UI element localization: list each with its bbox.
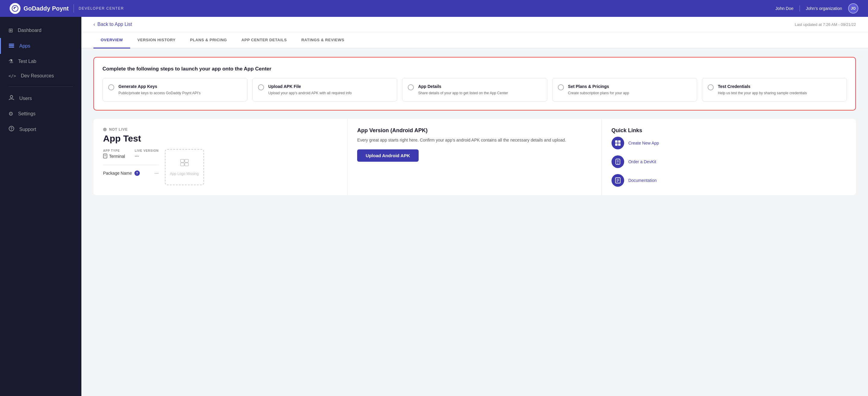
sidebar-item-users[interactable]: Users bbox=[0, 90, 82, 106]
status-badge: NOT LIVE bbox=[103, 127, 338, 132]
step-radio-set-plans bbox=[558, 84, 564, 90]
step-card-upload-apk[interactable]: Upload APK File Upload your app's androi… bbox=[252, 78, 397, 101]
steps-title: Complete the following steps to launch y… bbox=[102, 66, 847, 72]
tab-version-history[interactable]: VERSION HISTORY bbox=[130, 32, 183, 48]
header-right: John Doe John's organization JO bbox=[775, 3, 858, 13]
quick-link-order-devkit[interactable]: Order a DevKit bbox=[612, 155, 846, 168]
testlab-icon: ⚗ bbox=[8, 58, 13, 65]
logo-placeholder-icon bbox=[180, 158, 189, 169]
sidebar-item-dashboard[interactable]: ⊞ Dashboard bbox=[0, 23, 82, 38]
tab-overview[interactable]: OVERVIEW bbox=[93, 32, 130, 48]
quick-link-documentation[interactable]: Documentation bbox=[612, 174, 846, 187]
svg-rect-11 bbox=[185, 159, 188, 162]
package-info-icon[interactable]: ? bbox=[134, 170, 140, 176]
tab-ratings-reviews[interactable]: RATINGS & REVIEWS bbox=[294, 32, 352, 48]
step-radio-app-details bbox=[408, 84, 414, 90]
dev-center-label: DEVELOPER CENTER bbox=[79, 6, 124, 10]
step-info-test-credentials: Test Credentials Help us test the your a… bbox=[718, 84, 807, 96]
tab-app-center-details[interactable]: APP CENTER DETAILS bbox=[234, 32, 294, 48]
apk-panel-desc: Every great app starts right here. Confi… bbox=[357, 137, 592, 143]
steps-banner: Complete the following steps to launch y… bbox=[93, 57, 856, 110]
order-devkit-icon bbox=[612, 155, 624, 168]
meta-live-version-label: LIVE VERSION bbox=[135, 149, 159, 153]
bottom-panels: NOT LIVE App Test APP TYPE bbox=[93, 119, 856, 195]
apk-panel: App Version (Android APK) Every great ap… bbox=[347, 119, 601, 195]
sidebar-label-apps: Apps bbox=[19, 43, 30, 49]
status-dot bbox=[103, 128, 107, 131]
step-card-test-credentials[interactable]: Test Credentials Help us test the your a… bbox=[702, 78, 847, 101]
meta-app-type-label: APP TYPE bbox=[103, 149, 125, 153]
terminal-icon bbox=[103, 154, 107, 159]
users-icon bbox=[8, 95, 14, 102]
step-card-generate-keys[interactable]: Generate App Keys Public/private keys to… bbox=[102, 78, 247, 101]
back-label: Back to App List bbox=[97, 22, 132, 27]
step-radio-generate-keys bbox=[108, 84, 114, 90]
logo-area: GoDaddy Poynt bbox=[10, 3, 69, 14]
header-divider-2 bbox=[800, 5, 800, 11]
create-new-app-label[interactable]: Create New App bbox=[628, 141, 659, 145]
header-left: GoDaddy Poynt DEVELOPER CENTER bbox=[10, 3, 124, 14]
svg-rect-17 bbox=[618, 143, 621, 146]
step-info-app-details: App Details Share details of your app to… bbox=[418, 84, 508, 96]
step-card-set-plans[interactable]: Set Plans & Pricings Create subscription… bbox=[552, 78, 697, 101]
content-area: ‹ Back to App List Last updated at 7:26 … bbox=[82, 17, 868, 396]
avatar[interactable]: JO bbox=[848, 3, 858, 13]
svg-rect-1 bbox=[9, 44, 14, 44]
sidebar-label-devresources: Dev Resources bbox=[21, 73, 54, 78]
package-row: Package Name ? --- bbox=[103, 165, 159, 176]
step-desc-upload-apk: Upload your app's android APK with all r… bbox=[268, 91, 351, 96]
sidebar-label-dashboard: Dashboard bbox=[18, 28, 41, 33]
sidebar-item-support[interactable]: ? Support bbox=[0, 121, 82, 137]
order-devkit-label[interactable]: Order a DevKit bbox=[628, 159, 656, 164]
sidebar-item-devresources[interactable]: </> Dev Resources bbox=[0, 69, 82, 83]
support-icon: ? bbox=[8, 126, 14, 133]
step-name-test-credentials: Test Credentials bbox=[718, 84, 807, 89]
tabs-bar: OVERVIEW VERSION HISTORY PLANS & PRICING… bbox=[82, 32, 868, 48]
user-name: John Doe bbox=[775, 6, 794, 11]
tab-plans-pricing[interactable]: PLANS & PRICING bbox=[183, 32, 234, 48]
package-name-value: --- bbox=[155, 171, 159, 175]
step-name-set-plans: Set Plans & Pricings bbox=[568, 84, 629, 89]
content-top-bar: ‹ Back to App List Last updated at 7:26 … bbox=[82, 17, 868, 32]
dashboard-icon: ⊞ bbox=[8, 27, 13, 34]
svg-rect-3 bbox=[9, 47, 14, 47]
meta-app-type-value: Terminal bbox=[103, 154, 125, 159]
svg-rect-14 bbox=[615, 140, 618, 143]
svg-rect-12 bbox=[181, 163, 184, 166]
quick-links-list: Create New App Orde bbox=[612, 137, 846, 187]
sidebar-divider bbox=[8, 87, 73, 87]
sidebar-label-support: Support bbox=[19, 127, 36, 132]
quick-links-title: Quick Links bbox=[612, 127, 846, 134]
app-info-panel: NOT LIVE App Test APP TYPE bbox=[93, 119, 347, 195]
sidebar-item-apps[interactable]: Apps bbox=[0, 38, 82, 54]
sidebar-label-settings: Settings bbox=[18, 111, 36, 117]
step-name-upload-apk: Upload APK File bbox=[268, 84, 351, 89]
meta-live-version: LIVE VERSION --- bbox=[135, 149, 159, 159]
documentation-icon bbox=[612, 174, 624, 187]
logo-text: GoDaddy Poynt bbox=[24, 5, 69, 12]
upload-apk-button[interactable]: Upload Android APK bbox=[357, 150, 418, 162]
svg-rect-13 bbox=[185, 163, 188, 166]
create-new-app-icon bbox=[612, 137, 624, 150]
sidebar-label-testlab: Test Lab bbox=[18, 59, 36, 64]
sidebar-item-testlab[interactable]: ⚗ Test Lab bbox=[0, 54, 82, 69]
step-card-app-details[interactable]: App Details Share details of your app to… bbox=[402, 78, 547, 101]
svg-point-0 bbox=[12, 5, 18, 11]
app-meta: APP TYPE Terminal LIVE VE bbox=[103, 149, 159, 159]
step-desc-app-details: Share details of your app to get listed … bbox=[418, 91, 508, 96]
step-name-app-details: App Details bbox=[418, 84, 508, 89]
back-to-app-list[interactable]: ‹ Back to App List bbox=[93, 22, 132, 27]
package-name-label: Package Name bbox=[103, 171, 132, 175]
sidebar-item-settings[interactable]: ⚙ Settings bbox=[0, 106, 82, 121]
svg-rect-16 bbox=[615, 143, 618, 146]
org-name: John's organization bbox=[806, 6, 842, 11]
step-desc-generate-keys: Public/private keys to access GoDaddy Po… bbox=[119, 91, 200, 96]
svg-text:?: ? bbox=[10, 127, 12, 131]
meta-live-version-value: --- bbox=[135, 154, 159, 158]
quick-links-panel: Quick Links Create Ne bbox=[602, 119, 856, 195]
apps-icon bbox=[8, 42, 14, 50]
step-info-upload-apk: Upload APK File Upload your app's androi… bbox=[268, 84, 351, 96]
documentation-label[interactable]: Documentation bbox=[628, 178, 657, 183]
quick-link-create-new-app[interactable]: Create New App bbox=[612, 137, 846, 150]
main-layout: ⊞ Dashboard Apps ⚗ Test Lab </> Dev Reso… bbox=[0, 17, 868, 396]
